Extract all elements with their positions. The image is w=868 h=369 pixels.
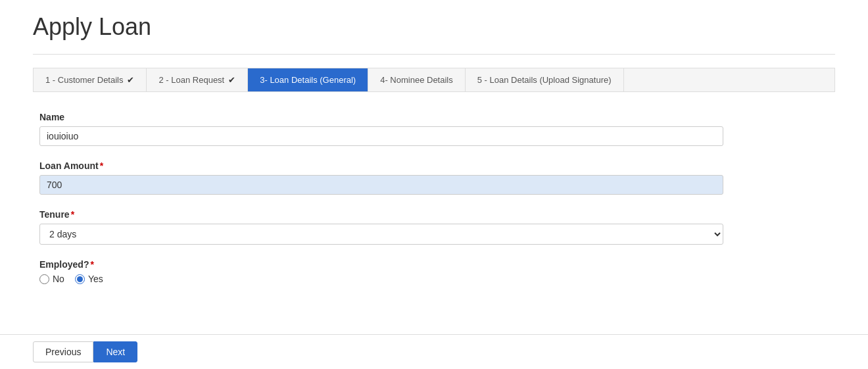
step-2-checkmark: ✔ <box>228 75 235 85</box>
name-group: Name <box>39 112 829 146</box>
employed-required: * <box>90 259 93 270</box>
tenure-select[interactable]: 2 days 7 days 14 days 30 days 60 days 90… <box>39 224 723 245</box>
step-2-label: 2 - Loan Request <box>158 75 224 85</box>
employed-no-label: No <box>53 274 64 284</box>
tenure-group: Tenure* 2 days 7 days 14 days 30 days 60… <box>39 209 829 245</box>
previous-button[interactable]: Previous <box>33 341 93 362</box>
page-title: Apply Loan <box>33 13 835 41</box>
form-section: Name Loan Amount* Tenure* 2 days 7 days … <box>33 112 835 284</box>
step-2[interactable]: 2 - Loan Request ✔ <box>147 68 248 91</box>
step-4-label: 4- Nominee Details <box>380 75 453 85</box>
step-5[interactable]: 5 - Loan Details (Upload Signature) <box>466 68 624 91</box>
step-5-label: 5 - Loan Details (Upload Signature) <box>477 75 612 85</box>
top-divider <box>33 54 835 55</box>
employed-group: Employed?* No Yes <box>39 259 829 284</box>
next-button[interactable]: Next <box>93 341 137 362</box>
bottom-toolbar: Previous Next <box>0 334 868 369</box>
tenure-label: Tenure* <box>39 209 829 220</box>
employed-no-radio[interactable] <box>39 274 49 284</box>
loan-amount-input[interactable] <box>39 175 723 195</box>
step-3-label: 3- Loan Details (General) <box>260 75 356 85</box>
step-1-checkmark: ✔ <box>127 75 134 85</box>
loan-amount-group: Loan Amount* <box>39 160 829 195</box>
loan-amount-required: * <box>100 160 103 171</box>
step-3[interactable]: 3- Loan Details (General) <box>248 68 368 91</box>
step-4[interactable]: 4- Nominee Details <box>368 68 466 91</box>
stepper: 1 - Customer Details ✔ 2 - Loan Request … <box>33 68 835 92</box>
employed-radio-group: No Yes <box>39 274 829 284</box>
tenure-required: * <box>71 209 74 220</box>
name-label: Name <box>39 112 829 122</box>
name-input[interactable] <box>39 126 723 146</box>
loan-amount-label: Loan Amount* <box>39 160 829 171</box>
employed-label: Employed?* <box>39 259 829 270</box>
employed-yes-label: Yes <box>88 274 103 284</box>
step-1[interactable]: 1 - Customer Details ✔ <box>34 68 147 91</box>
page-container: Apply Loan 1 - Customer Details ✔ 2 - Lo… <box>0 0 868 284</box>
employed-yes-radio[interactable] <box>75 274 85 284</box>
employed-no-option[interactable]: No <box>39 274 64 284</box>
step-1-label: 1 - Customer Details <box>45 75 123 85</box>
employed-yes-option[interactable]: Yes <box>75 274 103 284</box>
